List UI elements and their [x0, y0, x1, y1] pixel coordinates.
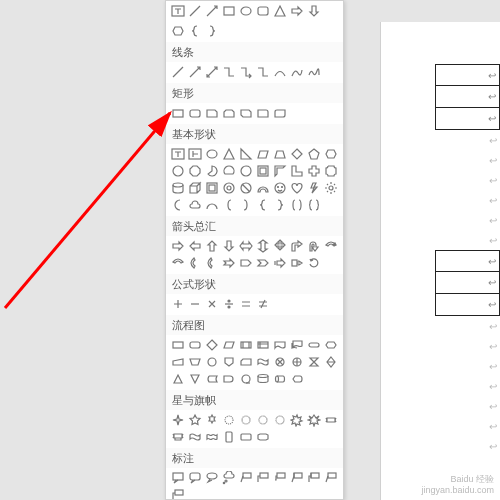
- line-arrow-icon[interactable]: [187, 64, 203, 80]
- heptagon-icon[interactable]: [170, 163, 186, 179]
- table-cell[interactable]: ↩: [435, 108, 500, 130]
- fc-collate-icon[interactable]: [306, 354, 322, 370]
- elbow-connector-icon[interactable]: [221, 64, 237, 80]
- round-diag-icon[interactable]: [272, 105, 288, 121]
- fc-sum-icon[interactable]: [272, 354, 288, 370]
- star6-icon[interactable]: [204, 412, 220, 428]
- round-single-icon[interactable]: [255, 105, 271, 121]
- line-arrow-icon[interactable]: [204, 3, 220, 19]
- fc-altprocess-icon[interactable]: [187, 337, 203, 353]
- table-cell[interactable]: ↩: [435, 250, 500, 272]
- cloud-icon[interactable]: [187, 197, 203, 213]
- fc-data-icon[interactable]: [221, 337, 237, 353]
- scroll-h-icon[interactable]: [238, 429, 254, 445]
- scribble-icon[interactable]: [306, 64, 322, 80]
- arrow-pentagon-icon[interactable]: [238, 255, 254, 271]
- diamond-icon[interactable]: [289, 146, 305, 162]
- line-double-arrow-icon[interactable]: [204, 64, 220, 80]
- arrow-circular-icon[interactable]: [306, 255, 322, 271]
- brace-right-icon[interactable]: [204, 23, 220, 39]
- arrow-uturn-icon[interactable]: [306, 238, 322, 254]
- braces-icon[interactable]: [306, 197, 322, 213]
- doublewave-icon[interactable]: [204, 429, 220, 445]
- oval-icon[interactable]: [238, 3, 254, 19]
- divide-icon[interactable]: [221, 296, 237, 312]
- fc-decision-icon[interactable]: [204, 337, 220, 353]
- wave-icon[interactable]: [187, 429, 203, 445]
- fc-direct-icon[interactable]: [272, 371, 288, 387]
- scroll-v-icon[interactable]: [221, 429, 237, 445]
- arrow-notched-icon[interactable]: [221, 255, 237, 271]
- snip-rect-icon[interactable]: [204, 105, 220, 121]
- cross-icon[interactable]: [306, 163, 322, 179]
- hexagon-icon[interactable]: [323, 146, 339, 162]
- brace-right-icon[interactable]: [272, 197, 288, 213]
- arrow-curved-left-icon[interactable]: [170, 255, 186, 271]
- ribbon-icon[interactable]: [323, 412, 339, 428]
- fc-document-icon[interactable]: [272, 337, 288, 353]
- arrow-curved-down-icon[interactable]: [187, 255, 203, 271]
- table-cell[interactable]: ↩: [435, 294, 500, 316]
- oval-icon[interactable]: [204, 146, 220, 162]
- freeform-icon[interactable]: [289, 64, 305, 80]
- hexagon-icon[interactable]: [170, 23, 186, 39]
- fc-card-icon[interactable]: [238, 354, 254, 370]
- pie-icon[interactable]: [204, 163, 220, 179]
- line-icon[interactable]: [187, 3, 203, 19]
- arrow-updown-icon[interactable]: [255, 238, 271, 254]
- elbow-arrow-icon[interactable]: [238, 64, 254, 80]
- plus-icon[interactable]: [170, 296, 186, 312]
- fc-magnetic-icon[interactable]: [255, 371, 271, 387]
- rounded-rect-icon[interactable]: [255, 3, 271, 19]
- brace-left-icon[interactable]: [187, 23, 203, 39]
- star4-icon[interactable]: [170, 412, 186, 428]
- smiley-icon[interactable]: [272, 180, 288, 196]
- round-rect-icon[interactable]: [187, 105, 203, 121]
- arrow-down-icon[interactable]: [306, 3, 322, 19]
- lshape-icon[interactable]: [289, 163, 305, 179]
- blockarc-icon[interactable]: [255, 180, 271, 196]
- arrow-stripe-icon[interactable]: [272, 255, 288, 271]
- explosion2-icon[interactable]: [306, 412, 322, 428]
- fc-delay-icon[interactable]: [221, 371, 237, 387]
- multiply-icon[interactable]: [204, 296, 220, 312]
- arrow-callout-icon[interactable]: [289, 255, 305, 271]
- arrow-bent-icon[interactable]: [289, 238, 305, 254]
- fc-manual-input-icon[interactable]: [170, 354, 186, 370]
- textbox-icon[interactable]: [170, 146, 186, 162]
- table-cell[interactable]: ↩: [435, 272, 500, 294]
- arrow-left-icon[interactable]: [187, 238, 203, 254]
- arrow-right-icon[interactable]: [289, 3, 305, 19]
- callout-round-icon[interactable]: [187, 470, 203, 486]
- callout-cloud-icon[interactable]: [221, 470, 237, 486]
- star5-icon[interactable]: [187, 412, 203, 428]
- callout-line3-icon[interactable]: [272, 470, 288, 486]
- rectangle-icon[interactable]: [221, 3, 237, 19]
- curve-icon[interactable]: [272, 64, 288, 80]
- lightning-icon[interactable]: [306, 180, 322, 196]
- arrow-up-icon[interactable]: [204, 238, 220, 254]
- arrow-chevron-icon[interactable]: [255, 255, 271, 271]
- moon-icon[interactable]: [170, 197, 186, 213]
- pentagon-icon[interactable]: [306, 146, 322, 162]
- bracket-left-icon[interactable]: [221, 197, 237, 213]
- fc-internal-icon[interactable]: [255, 337, 271, 353]
- fc-multidoc-icon[interactable]: [289, 337, 305, 353]
- fc-tape-icon[interactable]: [255, 354, 271, 370]
- brace-left-icon[interactable]: [255, 197, 271, 213]
- arrow-curved-up-icon[interactable]: [204, 255, 220, 271]
- star8-icon[interactable]: [221, 412, 237, 428]
- callout-border2-icon[interactable]: [170, 487, 186, 500]
- callout-border1-icon[interactable]: [323, 470, 339, 486]
- snip2-rect-icon[interactable]: [221, 105, 237, 121]
- rect-icon[interactable]: [170, 105, 186, 121]
- fc-seq-icon[interactable]: [238, 371, 254, 387]
- fc-merge-icon[interactable]: [187, 371, 203, 387]
- bracket-right-icon[interactable]: [238, 197, 254, 213]
- parallelogram-icon[interactable]: [255, 146, 271, 162]
- equals-icon[interactable]: [238, 296, 254, 312]
- banner-icon[interactable]: [255, 429, 271, 445]
- vtextbox-icon[interactable]: [187, 146, 203, 162]
- fc-extract-icon[interactable]: [170, 371, 186, 387]
- chord-icon[interactable]: [221, 163, 237, 179]
